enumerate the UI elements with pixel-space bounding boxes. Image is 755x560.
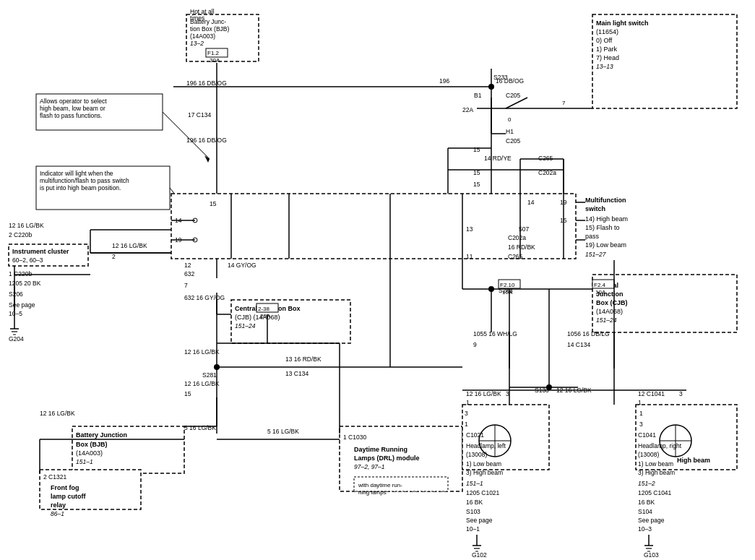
svg-text:Daytime Running: Daytime Running [354,446,407,453]
svg-text:See page: See page [466,517,493,524]
svg-text:3: 3 [639,421,643,428]
svg-text:13–13: 13–13 [596,63,613,70]
svg-text:14) High beam: 14) High beam [585,215,628,223]
svg-text:1056  16 DB/LG: 1056 16 DB/LG [567,330,610,337]
svg-text:multifunction/flash to pass sw: multifunction/flash to pass switch [40,177,129,184]
svg-text:1)  Low beam: 1) Low beam [638,460,673,468]
svg-text:with daytime run-: with daytime run- [358,482,402,488]
svg-text:9: 9 [473,341,477,348]
svg-text:196  16 DB/OG: 196 16 DB/OG [186,137,227,144]
svg-text:13  16 RD/BK: 13 16 RD/BK [285,356,322,363]
svg-text:16 DB/OG: 16 DB/OG [496,77,524,85]
svg-text:10A: 10A [595,289,606,296]
svg-text:7: 7 [562,100,566,106]
svg-text:12: 12 [184,262,191,269]
svg-text:15: 15 [473,146,480,153]
svg-text:22A: 22A [462,106,473,113]
svg-text:12  16 LG/BK: 12 16 LG/BK [466,390,501,397]
svg-text:1: 1 [465,421,468,428]
svg-text:3: 3 [679,390,683,397]
svg-text:high beam, low beam or: high beam, low beam or [40,105,105,112]
svg-text:H1: H1 [506,128,514,135]
svg-text:C205: C205 [506,92,521,99]
svg-text:10A: 10A [502,289,513,296]
svg-text:196: 196 [439,77,449,85]
svg-text:19) Low beam: 19) Low beam [585,241,626,249]
svg-text:20A: 20A [260,313,271,319]
svg-text:Allows operator to select: Allows operator to select [40,98,107,105]
svg-text:(14A068): (14A068) [596,308,623,315]
svg-text:13  C134: 13 C134 [285,370,309,377]
svg-text:C265: C265 [538,155,553,162]
diagram-svg: Battery Junc- tion Box (BJB) (14A003) 13… [0,0,755,560]
svg-text:1  C220b: 1 C220b [9,270,32,277]
svg-text:3: 3 [465,410,468,417]
svg-text:12  16 LG/BK: 12 16 LG/BK [112,242,147,249]
svg-text:30A: 30A [210,57,220,64]
svg-text:16 BK: 16 BK [466,499,483,506]
svg-text:F2.10: F2.10 [500,282,515,288]
svg-text:S281: S281 [202,371,217,379]
svg-text:12  16 LG/BK: 12 16 LG/BK [9,222,44,229]
svg-text:97–2, 97–1: 97–2, 97–1 [354,463,385,470]
svg-text:15: 15 [210,200,217,207]
svg-text:lamp cutoff: lamp cutoff [51,493,87,500]
svg-text:F2.4: F2.4 [594,282,606,288]
svg-text:17  C134: 17 C134 [188,111,211,119]
svg-text:Battery Junction: Battery Junction [76,431,127,439]
svg-text:times: times [190,14,204,22]
svg-text:(14A003): (14A003) [190,33,215,40]
svg-text:13–2: 13–2 [190,40,204,47]
svg-text:Box (BJB): Box (BJB) [76,441,108,448]
svg-text:Lamps (DRL) module: Lamps (DRL) module [354,455,420,462]
svg-text:Headlamp, left: Headlamp, left [466,442,506,449]
svg-text:Multifunction: Multifunction [585,197,626,204]
svg-text:(13008): (13008) [638,451,659,458]
svg-text:1)  Low beam: 1) Low beam [466,460,501,468]
svg-text:1205  C1041: 1205 C1041 [638,489,672,496]
svg-text:S104: S104 [638,508,652,515]
svg-text:High beam: High beam [677,457,710,464]
svg-text:151–1: 151–1 [466,480,483,487]
svg-text:ning lamps: ning lamps [358,489,387,496]
svg-text:Headlamp, right: Headlamp, right [638,442,682,449]
svg-text:1: 1 [466,399,470,406]
svg-text:60–2, 60–3: 60–2, 60–3 [12,257,43,264]
svg-text:See page: See page [638,517,665,524]
svg-text:1205  C1021: 1205 C1021 [466,489,500,496]
svg-text:Box (CJB): Box (CJB) [596,299,628,306]
svg-text:S103: S103 [466,508,480,515]
svg-text:7: 7 [184,282,188,289]
svg-text:12  16 LG/BK: 12 16 LG/BK [40,410,75,417]
svg-text:C202a: C202a [508,234,526,241]
svg-text:(13008): (13008) [466,451,487,458]
svg-text:151–1: 151–1 [76,458,93,465]
svg-text:12  C1041: 12 C1041 [638,390,665,397]
svg-text:10–1: 10–1 [466,525,480,533]
svg-text:10–5: 10–5 [9,310,22,317]
svg-text:relay: relay [51,501,66,509]
svg-text:1205  20 BK: 1205 20 BK [9,280,41,287]
svg-text:Front fog: Front fog [51,484,79,491]
svg-text:14  C134: 14 C134 [567,341,590,348]
svg-text:pass: pass [585,233,600,240]
svg-text:1)  Park: 1) Park [596,46,618,53]
svg-text:11: 11 [466,253,473,260]
svg-text:632: 632 [184,270,194,277]
svg-text:tion Box (BJB): tion Box (BJB) [190,25,229,33]
svg-text:1: 1 [638,399,642,406]
svg-text:(11654): (11654) [596,28,618,35]
svg-text:15) Flash to: 15) Flash to [585,224,620,231]
svg-text:5  16 LG/BK: 5 16 LG/BK [184,424,216,431]
svg-text:15: 15 [184,390,191,397]
svg-text:3)  High beam: 3) High beam [638,469,675,476]
svg-text:0)  Off: 0) Off [596,37,613,44]
svg-text:C1021: C1021 [466,431,484,439]
svg-text:G103: G103 [644,551,659,559]
wiring-diagram: Battery Junc- tion Box (BJB) (14A003) 13… [0,0,755,560]
svg-text:1  C1030: 1 C1030 [343,434,366,441]
svg-text:switch: switch [585,205,605,212]
svg-text:S206: S206 [9,290,23,298]
svg-text:2  C220b: 2 C220b [9,231,32,238]
svg-text:16 RD/BK: 16 RD/BK [508,244,535,251]
